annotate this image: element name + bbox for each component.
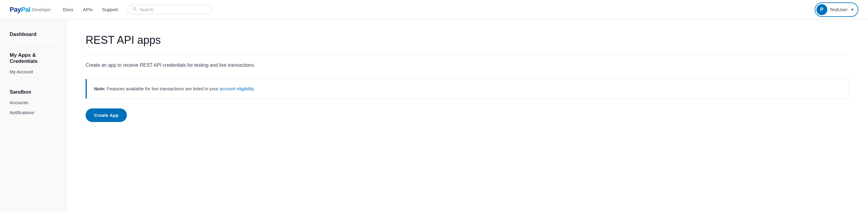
sidebar-item-dashboard[interactable]: Dashboard [0,29,66,40]
nav-support[interactable]: Support [102,7,118,12]
svg-line-1 [135,10,137,11]
user-name: TestUser [830,7,847,12]
logo[interactable]: PayPal Developer [10,6,51,14]
page-title: REST API apps [86,34,849,47]
sidebar-item-my-account[interactable]: My Account [0,67,66,77]
sidebar-item-notifications[interactable]: Notifications [0,107,66,117]
create-app-button[interactable]: Create App [86,108,127,122]
sidebar-item-accounts[interactable]: Accounts [0,98,66,107]
chevron-down-icon: ▼ [850,7,854,12]
sidebar-divider-2 [10,84,56,84]
logo-developer: Developer [32,7,51,12]
sidebar-item-sandbox[interactable]: Sandbox [0,87,66,98]
page-divider [86,54,849,54]
search-bar[interactable] [127,5,212,14]
sidebar: Dashboard My Apps & Credentials My Accou… [0,19,66,212]
nav-links: Docs APIs Support [63,7,118,12]
page-description: Create an app to receive REST API creden… [86,61,849,69]
search-input[interactable] [139,7,207,12]
nav-apis[interactable]: APIs [83,7,93,12]
page-layout: Dashboard My Apps & Credentials My Accou… [0,19,868,212]
logo-pal: Pal [21,6,31,13]
nav-right: P TestUser ▼ [815,2,858,17]
logo-pay: Pay [10,6,21,13]
search-icon [133,7,137,12]
note-text: Note: Features available for live transa… [94,85,841,92]
note-body: Features available for live transactions… [105,86,220,91]
note-link[interactable]: account eligibility. [220,86,255,91]
note-box: Note: Features available for live transa… [86,79,849,99]
note-bold: Note: [94,86,105,91]
main-content: REST API apps Create an app to receive R… [66,19,868,212]
avatar: P [816,4,827,15]
logo-text: PayPal [10,6,30,14]
sidebar-section-dashboard: Dashboard [0,29,66,40]
nav-docs[interactable]: Docs [63,7,73,12]
user-dropdown[interactable]: P TestUser ▼ [815,2,858,17]
top-nav: PayPal Developer Docs APIs Support P Tes… [0,0,868,19]
sidebar-item-my-apps-credentials[interactable]: My Apps & Credentials [0,50,66,67]
sidebar-section-sandbox: Sandbox Accounts Notifications [0,87,66,117]
sidebar-section-my-apps: My Apps & Credentials My Account [0,50,66,77]
